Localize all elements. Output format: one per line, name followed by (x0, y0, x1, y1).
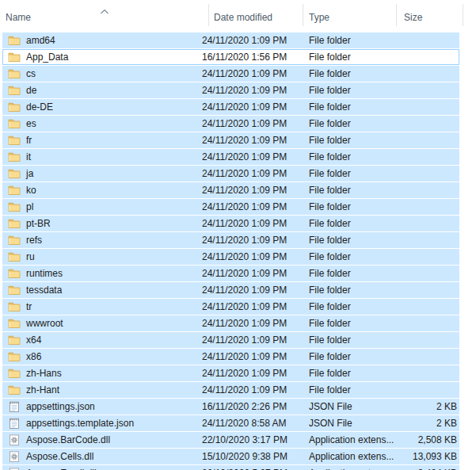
file-row[interactable]: fr 24/11/2020 1:09 PM File folder (2, 132, 459, 148)
file-size (351, 149, 457, 165)
file-name: pt-BR (26, 216, 51, 231)
file-row[interactable]: amd64 24/11/2020 1:09 PM File folder (2, 32, 459, 48)
file-size: 2 KB (351, 415, 457, 431)
folder-icon (8, 117, 21, 130)
name-cell: App_Data (8, 49, 198, 65)
file-row[interactable]: tessdata 24/11/2020 1:09 PM File folder (2, 282, 459, 298)
file-row[interactable]: cs 24/11/2020 1:09 PM File folder (2, 66, 459, 82)
name-cell: Aspose.BarCode.dll (8, 432, 198, 448)
date-modified: 24/11/2020 1:09 PM (202, 66, 303, 82)
column-header-date-modified[interactable]: Date modified (214, 12, 272, 23)
file-size (351, 299, 457, 315)
folder-icon (8, 51, 21, 63)
name-cell: amd64 (8, 32, 198, 48)
file-name: it (26, 149, 31, 165)
file-size (351, 349, 457, 365)
file-name: Aspose.BarCode.dll (26, 432, 110, 448)
date-modified: 24/11/2020 1:09 PM (202, 315, 303, 331)
file-row[interactable]: Aspose.Cells.dll 15/10/2020 9:38 PM Appl… (2, 449, 459, 464)
file-row[interactable]: x64 24/11/2020 1:09 PM File folder (2, 332, 459, 348)
file-name: Aspose.Cells.dll (26, 449, 93, 464)
file-name: tessdata (26, 282, 62, 298)
date-modified: 24/11/2020 1:09 PM (202, 99, 303, 115)
date-modified: 24/11/2020 1:09 PM (202, 365, 303, 381)
date-modified: 24/11/2020 1:09 PM (202, 382, 303, 398)
file-name: ja (26, 166, 33, 182)
file-row[interactable]: refs 24/11/2020 1:09 PM File folder (2, 232, 459, 248)
folder-icon (8, 217, 21, 230)
file-row[interactable]: wwwroot 24/11/2020 1:09 PM File folder (2, 315, 459, 331)
date-modified: 24/11/2020 1:09 PM (202, 266, 303, 281)
file-row[interactable]: ja 24/11/2020 1:09 PM File folder (2, 166, 459, 182)
file-row[interactable]: pt-BR 24/11/2020 1:09 PM File folder (2, 216, 459, 231)
file-row[interactable]: appsettings.template.json 24/11/2020 8:5… (2, 415, 459, 431)
column-divider[interactable] (208, 4, 209, 26)
file-row[interactable]: ru 24/11/2020 1:09 PM File folder (2, 249, 459, 265)
file-size (351, 82, 457, 98)
date-modified: 16/11/2020 1:56 PM (202, 49, 303, 65)
column-header-name[interactable]: Name (6, 12, 31, 23)
file-row[interactable]: zh-Hant 24/11/2020 1:09 PM File folder (2, 382, 459, 398)
column-divider[interactable] (396, 4, 397, 26)
file-row[interactable]: runtimes 24/11/2020 1:09 PM File folder (2, 266, 459, 281)
notepad-icon (8, 400, 21, 413)
name-cell: cs (8, 66, 198, 82)
column-divider[interactable] (303, 4, 303, 26)
file-row[interactable]: appsettings.json 16/11/2020 2:26 PM JSON… (2, 399, 459, 415)
file-row[interactable]: x86 24/11/2020 1:09 PM File folder (2, 349, 459, 365)
file-row[interactable]: Aspose.BarCode.dll 22/10/2020 3:17 PM Ap… (2, 432, 459, 448)
file-size (351, 365, 457, 381)
file-row[interactable]: ko 24/11/2020 1:09 PM File folder (2, 182, 459, 198)
file-name: tr (26, 299, 32, 315)
dll-icon (8, 434, 21, 446)
column-header-size[interactable]: Size (404, 12, 422, 23)
date-modified: 24/11/2020 1:09 PM (202, 332, 303, 348)
date-modified: 24/11/2020 1:09 PM (202, 116, 303, 132)
file-size (351, 282, 457, 298)
file-name: x86 (26, 349, 41, 365)
file-row[interactable]: de-DE 24/11/2020 1:09 PM File folder (2, 99, 459, 115)
file-row[interactable]: es 24/11/2020 1:09 PM File folder (2, 116, 459, 132)
date-modified: 24/11/2020 1:09 PM (202, 82, 303, 98)
file-size (351, 132, 457, 148)
file-name: wwwroot (26, 315, 63, 331)
folder-icon (8, 184, 21, 197)
file-size (351, 332, 457, 348)
column-header-bar: Name Date modified Type Size (0, 2, 476, 32)
column-header-type[interactable]: Type (309, 12, 329, 23)
file-row[interactable]: de 24/11/2020 1:09 PM File folder (2, 82, 459, 98)
date-modified: 22/10/2020 3:17 PM (202, 432, 303, 448)
name-cell: x86 (8, 349, 198, 365)
name-cell: ko (8, 182, 198, 198)
date-modified: 24/11/2020 1:09 PM (202, 182, 303, 198)
file-name: de (26, 82, 36, 98)
date-modified: 15/10/2020 9:38 PM (202, 449, 303, 464)
name-cell: pt-BR (8, 216, 198, 231)
file-size (351, 315, 457, 331)
file-size (351, 166, 457, 182)
file-row[interactable]: tr 24/11/2020 1:09 PM File folder (2, 299, 459, 315)
date-modified: 24/11/2020 1:09 PM (202, 132, 303, 148)
file-row[interactable]: Aspose.Email.dll 22/10/2020 5:07 PM Appl… (2, 465, 459, 470)
date-modified: 24/11/2020 1:09 PM (202, 32, 303, 48)
date-modified: 24/11/2020 1:09 PM (202, 199, 303, 215)
file-row[interactable]: pl 24/11/2020 1:09 PM File folder (2, 199, 459, 215)
file-row[interactable]: App_Data 16/11/2020 1:56 PM File folder (2, 49, 459, 65)
name-cell: x64 (8, 332, 198, 348)
file-size (351, 66, 457, 82)
file-size (351, 116, 457, 132)
file-name: runtimes (26, 266, 63, 281)
file-size (351, 199, 457, 215)
file-row[interactable]: it 24/11/2020 1:09 PM File folder (2, 149, 459, 165)
date-modified: 22/10/2020 5:07 PM (202, 465, 303, 470)
file-name: appsettings.template.json (26, 415, 134, 431)
file-name: refs (26, 232, 42, 248)
chevron-up-icon[interactable] (100, 6, 109, 13)
date-modified: 24/11/2020 1:09 PM (202, 232, 303, 248)
notepad-icon (8, 417, 21, 430)
column-divider[interactable] (463, 4, 463, 26)
file-list: amd64 24/11/2020 1:09 PM File folder App… (2, 32, 459, 470)
date-modified: 24/11/2020 1:09 PM (202, 249, 303, 265)
file-size: 2,508 KB (351, 432, 457, 448)
file-row[interactable]: zh-Hans 24/11/2020 1:09 PM File folder (2, 365, 459, 381)
